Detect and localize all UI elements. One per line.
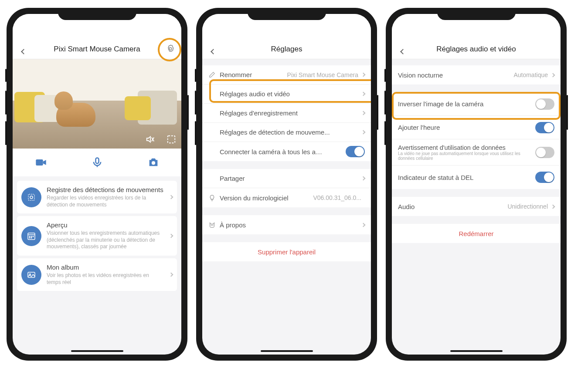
calendar-icon	[26, 231, 37, 241]
back-button[interactable]	[207, 50, 220, 54]
video-icon[interactable]	[35, 156, 47, 169]
svg-point-8	[30, 196, 33, 199]
svg-point-17	[30, 274, 31, 275]
row-value: V06.00.31_06.0...	[313, 194, 361, 201]
row-label: Vision nocturne	[398, 71, 443, 79]
nav-bar: Pixi Smart Mouse Camera	[13, 14, 181, 59]
row-label: Réglages de détection de mouveme...	[220, 128, 330, 136]
highlight-ring	[158, 38, 181, 61]
album-icon	[26, 270, 37, 280]
chevron-left-icon	[400, 49, 406, 54]
menu-item-desc: Voir les photos et les vidéos enregistré…	[47, 272, 164, 286]
row-label: Indicateur de statut à DEL	[398, 174, 473, 181]
row-night-vision[interactable]: Vision nocturne Automatique	[392, 65, 561, 84]
svg-point-19	[213, 225, 213, 225]
svg-point-15	[31, 237, 32, 238]
row-value: Pixi Smart Mouse Camera	[287, 71, 358, 78]
chevron-right-icon	[361, 176, 366, 181]
menu-motion-log[interactable]: Registre des détections de mouvements Re…	[17, 181, 177, 213]
row-label: Version du micrologiciel	[220, 194, 289, 202]
page-title: Réglages	[220, 45, 353, 54]
menu-item-desc: Regarder les vidéos enregistrées lors de…	[47, 195, 164, 208]
svg-point-12	[31, 236, 32, 237]
svg-rect-7	[28, 194, 34, 200]
row-rec-settings[interactable]: Réglages d'enregistrement	[202, 104, 371, 123]
svg-rect-5	[95, 158, 99, 164]
bulb-icon	[208, 194, 216, 202]
row-label: Inverser l'image de la caméra	[398, 100, 483, 108]
toggle-led[interactable]	[535, 172, 554, 183]
row-motion-settings[interactable]: Réglages de détection de mouveme...	[202, 123, 371, 142]
home-indicator[interactable]	[261, 350, 313, 352]
back-button[interactable]	[396, 50, 409, 54]
page-title: Pixi Smart Mouse Camera	[30, 45, 164, 54]
row-value: Unidirectionnel	[507, 203, 548, 210]
cat-image	[56, 103, 95, 127]
svg-point-6	[151, 161, 155, 165]
row-label: À propos	[220, 221, 246, 229]
delete-label: Supprimer l'appareil	[258, 248, 316, 256]
nav-bar: Réglages	[202, 14, 371, 59]
chevron-right-icon	[551, 73, 555, 77]
chevron-right-icon	[361, 92, 366, 96]
chevron-right-icon	[361, 73, 366, 77]
toggle-data[interactable]	[535, 147, 554, 158]
toggle-connect[interactable]	[346, 146, 365, 157]
mute-icon[interactable]	[146, 135, 155, 144]
row-add-time[interactable]: Ajouter l'heure	[392, 116, 561, 139]
delete-device-button[interactable]: Supprimer l'appareil	[202, 242, 371, 261]
chevron-left-icon	[211, 49, 216, 54]
home-indicator[interactable]	[450, 350, 503, 352]
chevron-right-icon	[169, 234, 173, 238]
chevron-right-icon	[361, 130, 366, 135]
row-label: Partager	[220, 175, 245, 182]
row-label: Réglages d'enregistrement	[220, 109, 298, 117]
action-toolbar	[13, 149, 181, 176]
row-label: Renommer	[220, 71, 252, 78]
row-firmware[interactable]: Version du micrologiciel V06.00.31_06.0.…	[202, 188, 371, 207]
svg-point-18	[211, 225, 211, 225]
row-share[interactable]: Partager	[202, 169, 371, 188]
menu-item-title: Registre des détections de mouvements	[47, 186, 164, 193]
svg-rect-4	[36, 159, 43, 166]
row-data-warning[interactable]: Avertissement d'utilisation de données L…	[392, 139, 561, 166]
mic-icon[interactable]	[91, 156, 103, 169]
camera-icon[interactable]	[147, 156, 160, 169]
menu-album[interactable]: Mon album Voir les photos et les vidéos …	[17, 258, 177, 291]
row-audio[interactable]: Audio Unidirectionnel	[392, 197, 561, 216]
row-led[interactable]: Indicateur de statut à DEL	[392, 166, 561, 189]
menu-overview[interactable]: Aperçu Visionner tous les enregistrement…	[17, 216, 177, 256]
row-about[interactable]: À propos	[202, 215, 371, 234]
fullscreen-icon[interactable]	[167, 135, 176, 144]
row-sublabel: La vidéo ne joue pas automatiquement lor…	[398, 151, 535, 161]
menu-item-title: Mon album	[47, 264, 164, 271]
camera-feed[interactable]	[13, 59, 181, 149]
chevron-right-icon	[169, 195, 173, 199]
chevron-right-icon	[551, 204, 555, 209]
svg-point-11	[29, 236, 30, 237]
svg-point-13	[33, 236, 34, 237]
row-label: Audio	[398, 203, 415, 210]
row-label: Avertissement d'utilisation de données	[398, 144, 535, 151]
row-label: Ajouter l'heure	[398, 124, 440, 131]
nav-bar: Réglages audio et vidéo	[392, 14, 561, 59]
svg-point-14	[29, 237, 30, 238]
back-button[interactable]	[17, 50, 30, 54]
chevron-right-icon	[169, 273, 173, 277]
toggle-flip[interactable]	[535, 98, 554, 110]
chevron-right-icon	[361, 223, 366, 227]
svg-rect-3	[168, 136, 175, 143]
menu-item-desc: Visionner tous les enregistrements autom…	[47, 230, 164, 250]
chevron-left-icon	[21, 49, 27, 54]
restart-button[interactable]: Redémarrer	[392, 224, 561, 243]
row-connect-all[interactable]: Connecter la caméra à tous les appar...	[202, 142, 371, 161]
row-rename[interactable]: Renommer Pixi Smart Mouse Camera	[202, 65, 371, 84]
toggle-time[interactable]	[535, 122, 554, 133]
row-flip-image[interactable]: Inverser l'image de la caméra	[392, 92, 561, 116]
row-value: Automatique	[513, 71, 548, 78]
edit-icon	[208, 71, 216, 78]
row-av-settings[interactable]: Réglages audio et vidéo	[202, 84, 371, 104]
home-indicator[interactable]	[71, 350, 123, 352]
cat-face-icon	[208, 221, 216, 229]
page-title: Réglages audio et vidéo	[409, 45, 543, 54]
